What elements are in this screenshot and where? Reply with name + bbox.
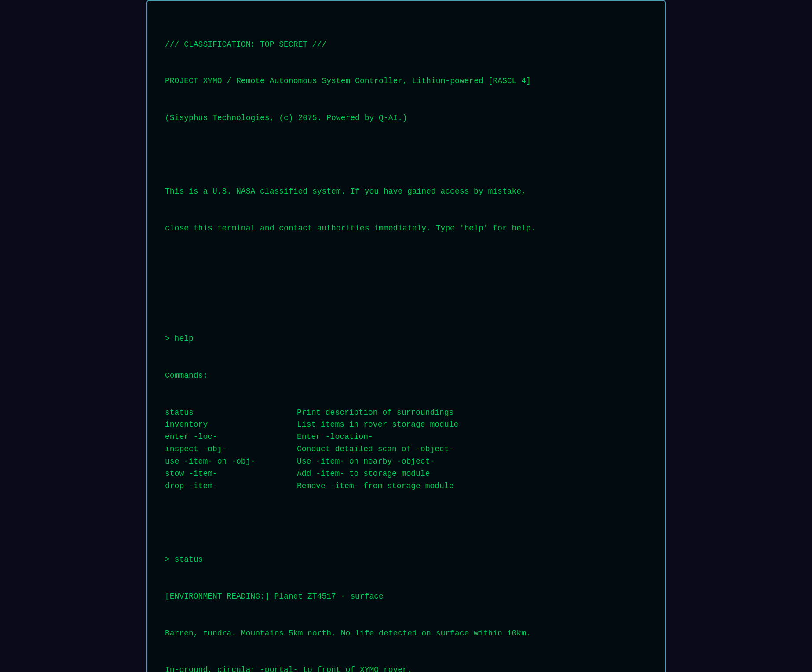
cmd-row-3: enter -loc- Enter -location- (165, 431, 647, 443)
prompt-help: > help (165, 333, 647, 345)
cmd-row-4: inspect -obj- Conduct detailed scan of -… (165, 443, 647, 456)
spacer-4 (165, 517, 647, 530)
env-reading: [ENVIRONMENT READING:] Planet ZT4517 - s… (165, 591, 647, 603)
cmd-row-7: drop -item- Remove -item- from storage m… (165, 480, 647, 493)
cmd-inspect-desc: Conduct detailed scan of -object- (297, 443, 647, 456)
xymo-ref-1: XYMO (203, 77, 222, 85)
xymo-ref-2: XYMO (360, 665, 379, 672)
cmd-row-2: inventory List items in rover storage mo… (165, 419, 647, 431)
cmd-inspect-name: inspect -obj- (165, 443, 297, 456)
cmd-enter-name: enter -loc- (165, 431, 297, 443)
qai-ref: Q-AI (379, 113, 398, 122)
cmd-stow-desc: Add -item- to storage module (297, 468, 647, 480)
env-line-1: Barren, tundra. Mountains 5km north. No … (165, 628, 647, 640)
cmd-status-desc: Print description of surroundings (297, 407, 647, 419)
project-line: PROJECT XYMO / Remote Autonomous System … (165, 75, 647, 88)
cmd-use-name: use -item- on -obj- (165, 456, 297, 468)
cmd-use-desc: Use -item- on nearby -object- (297, 456, 647, 468)
commands-label: Commands: (165, 370, 647, 382)
cmd-row-5: use -item- on -obj- Use -item- on nearby… (165, 456, 647, 468)
warning-line-1: This is a U.S. NASA classified system. I… (165, 186, 647, 198)
cmd-status-name: status (165, 407, 297, 419)
cmd-inventory-name: inventory (165, 419, 297, 431)
spacer-1 (165, 149, 647, 161)
warning-line-2: close this terminal and contact authorit… (165, 223, 647, 235)
cmd-stow-name: stow -item- (165, 468, 297, 480)
cmd-enter-desc: Enter -location- (297, 431, 647, 443)
spacer-2 (165, 259, 647, 272)
cmd-inventory-desc: List items in rover storage module (297, 419, 647, 431)
env-line-2: In-ground, circular -portal- to front of… (165, 664, 647, 672)
command-table: status Print description of surroundings… (165, 407, 647, 493)
cmd-row-6: stow -item- Add -item- to storage module (165, 468, 647, 480)
copyright-line: (Sisyphus Technologies, (c) 2075. Powere… (165, 112, 647, 124)
terminal-window: /// CLASSIFICATION: TOP SECRET /// PROJE… (146, 0, 666, 672)
cmd-row-1: status Print description of surroundings (165, 407, 647, 419)
spacer-3 (165, 296, 647, 308)
rascl-ref: RASCL (493, 77, 516, 85)
cmd-drop-desc: Remove -item- from storage module (297, 480, 647, 493)
cmd-drop-name: drop -item- (165, 480, 297, 493)
classification-line: /// CLASSIFICATION: TOP SECRET /// (165, 39, 647, 51)
terminal-content[interactable]: /// CLASSIFICATION: TOP SECRET /// PROJE… (165, 14, 647, 672)
prompt-status: > status (165, 554, 647, 566)
